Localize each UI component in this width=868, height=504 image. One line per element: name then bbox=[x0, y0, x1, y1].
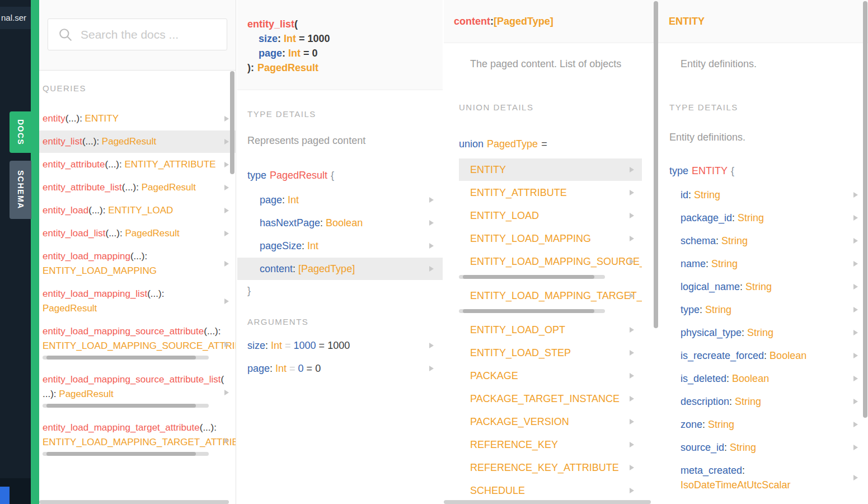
horizontal-scrollbar-track[interactable] bbox=[43, 356, 209, 360]
field-type: Boolean bbox=[326, 217, 363, 228]
query-item[interactable]: entity_attribute(...): ENTITY_ATTRIBUTE bbox=[39, 153, 236, 176]
query-item[interactable]: entity(...): ENTITY bbox=[39, 108, 236, 130]
chevron-right-icon bbox=[429, 343, 434, 348]
chevron-right-icon bbox=[853, 284, 858, 290]
field-row[interactable]: description: String bbox=[659, 390, 868, 413]
query-item[interactable]: entity_load_mapping_target_attribute(...… bbox=[39, 417, 236, 464]
query-return-type: PagedResult bbox=[125, 228, 179, 239]
field-row[interactable]: id: String bbox=[659, 184, 868, 206]
query-item-text: entity_attribute(...): ENTITY_ATTRIBUTE bbox=[43, 157, 221, 172]
field-name: meta_created bbox=[681, 465, 742, 476]
field-row[interactable]: hasNextPage: Boolean bbox=[237, 212, 443, 234]
union-member-label: REFERENCE_KEY bbox=[470, 439, 558, 450]
chevron-right-icon bbox=[630, 373, 634, 379]
close-paren: ): bbox=[247, 62, 254, 73]
argument-name: size bbox=[247, 340, 265, 351]
field-row[interactable]: page: Int bbox=[237, 189, 443, 211]
horizontal-scrollbar-thumb[interactable] bbox=[46, 404, 196, 408]
union-member-row[interactable]: REFERENCE_KEY bbox=[459, 433, 642, 456]
query-name: entity_load_mapping_target_attribute bbox=[43, 422, 200, 433]
field-row[interactable]: is_deleted: Boolean bbox=[659, 367, 868, 390]
horizontal-scrollbar-track[interactable] bbox=[459, 275, 605, 279]
horizontal-scrollbar-track[interactable] bbox=[39, 500, 229, 504]
field-type: [PagedType] bbox=[298, 263, 355, 274]
chevron-right-icon bbox=[853, 261, 858, 267]
tab-schema[interactable]: SCHEMA bbox=[10, 161, 31, 219]
field-type: String bbox=[708, 419, 734, 430]
type-keyword: type bbox=[247, 170, 266, 181]
horizontal-scrollbar-track[interactable] bbox=[43, 404, 209, 408]
args-close: ...): bbox=[207, 326, 221, 337]
default-equals: = bbox=[282, 340, 294, 351]
query-item-text: entity_load_mapping_target_attribute(...… bbox=[43, 421, 221, 450]
chevron-right-icon bbox=[853, 307, 858, 312]
field-name: page bbox=[260, 194, 282, 206]
query-item[interactable]: entity_load_mapping(...): ENTITY_LOAD_MA… bbox=[39, 245, 236, 282]
union-member-row[interactable]: ENTITY_LOAD_MAPPING_TARGET_ATTRIBUTE bbox=[459, 284, 642, 307]
field-row[interactable]: name: String bbox=[659, 253, 868, 275]
entity-type-declaration: typeENTITY{ bbox=[669, 164, 868, 179]
query-item[interactable]: entity_load(...): ENTITY_LOAD bbox=[39, 199, 236, 222]
field-row[interactable]: pageSize: Int bbox=[237, 235, 443, 257]
query-return-type: ENTITY_LOAD_MAPPING_SOURCE_ATTRIBUTE bbox=[43, 340, 236, 351]
field-row[interactable]: content: [PagedType] bbox=[237, 258, 443, 280]
union-member-row[interactable]: ENTITY bbox=[459, 158, 642, 181]
field-row[interactable]: zone: String bbox=[659, 413, 868, 436]
union-member-row[interactable]: PACKAGE_TARGET_INSTANCE bbox=[459, 388, 642, 410]
horizontal-scrollbar-thumb[interactable] bbox=[463, 309, 594, 313]
union-member-row[interactable]: PACKAGE_VERSION bbox=[459, 410, 642, 433]
field-row[interactable]: package_id: String bbox=[659, 207, 868, 229]
union-member-row[interactable]: REFERENCE_KEY_ATTRIBUTE bbox=[459, 456, 642, 479]
horizontal-scrollbar-thumb[interactable] bbox=[46, 356, 196, 360]
union-name: PagedType bbox=[487, 138, 538, 150]
horizontal-scrollbar-thumb[interactable] bbox=[46, 452, 196, 456]
union-member-row[interactable]: ENTITY_LOAD_MAPPING_SOURCE_ATTRIBUTE bbox=[459, 250, 642, 273]
union-member-row[interactable]: SCHEDULE bbox=[459, 479, 642, 502]
search-input[interactable]: Search the docs ... bbox=[48, 18, 227, 50]
tab-docs[interactable]: DOCS bbox=[10, 111, 31, 153]
query-item[interactable]: entity_list(...): PagedResult bbox=[39, 130, 236, 153]
chevron-right-icon bbox=[224, 390, 229, 395]
horizontal-scrollbar-track[interactable] bbox=[43, 452, 209, 456]
query-item[interactable]: entity_load_mapping_list(...): PagedResu… bbox=[39, 283, 236, 320]
query-detail-panel: entity_list( size: Int = 1000page: Int =… bbox=[237, 0, 443, 504]
field-row[interactable]: schema: String bbox=[659, 230, 868, 252]
field-row[interactable]: source_id: String bbox=[659, 436, 868, 459]
union-member-row[interactable]: ENTITY_LOAD_OPT bbox=[459, 319, 642, 341]
horizontal-scrollbar-track[interactable] bbox=[459, 309, 605, 313]
chevron-right-icon bbox=[224, 139, 229, 144]
union-member-row[interactable]: ENTITY_LOAD_MAPPING bbox=[459, 227, 642, 250]
union-member-row[interactable]: ENTITY_ATTRIBUTE bbox=[459, 181, 642, 204]
chevron-right-icon bbox=[630, 259, 634, 264]
vertical-scrollbar-thumb[interactable] bbox=[230, 71, 234, 174]
field-row[interactable]: is_recreate_forced: Boolean bbox=[659, 344, 868, 367]
query-name: entity_list bbox=[247, 18, 294, 30]
horizontal-scrollbar-thumb[interactable] bbox=[463, 275, 594, 279]
field-row[interactable]: meta_created: IsoDateTimeAtUtcScalar bbox=[659, 459, 868, 496]
vertical-scrollbar-thumb[interactable] bbox=[863, 1, 867, 418]
query-item[interactable]: entity_load_mapping_source_attribute_lis… bbox=[39, 368, 236, 416]
query-name: entity_load_mapping bbox=[43, 251, 130, 262]
field-row[interactable]: type: String bbox=[659, 298, 868, 321]
field-type: String bbox=[745, 281, 772, 292]
field-name: is_deleted bbox=[681, 373, 726, 384]
address-text: nal.ser bbox=[0, 7, 31, 29]
query-item[interactable]: entity_load_list(...): PagedResult bbox=[39, 222, 236, 245]
field-name: zone bbox=[681, 419, 702, 430]
union-member-row[interactable]: ENTITY_LOAD bbox=[459, 204, 642, 227]
vertical-scrollbar-thumb[interactable] bbox=[654, 1, 658, 328]
union-member-row[interactable]: ENTITY_LOAD_STEP bbox=[459, 342, 642, 364]
entity-panel-header: ENTITY bbox=[659, 0, 868, 43]
colon: : bbox=[265, 340, 271, 351]
query-name: entity_load_mapping_source_attribute_lis… bbox=[43, 374, 220, 385]
query-item-text: entity_attribute_list(...): PagedResult bbox=[43, 180, 221, 195]
field-row[interactable]: logical_name: String bbox=[659, 276, 868, 298]
query-item[interactable]: entity_load_mapping_source_attribute(...… bbox=[39, 320, 236, 368]
union-member-row[interactable]: PACKAGE bbox=[459, 365, 642, 387]
field-row[interactable]: physical_type: String bbox=[659, 321, 868, 344]
argument-row[interactable]: size: Int = 1000 = 1000 bbox=[237, 334, 443, 357]
horizontal-scrollbar-track[interactable] bbox=[444, 500, 651, 504]
query-item[interactable]: entity_attribute_list(...): PagedResult bbox=[39, 176, 236, 199]
union-member-label: ENTITY_LOAD_OPT bbox=[470, 324, 565, 335]
argument-row[interactable]: page: Int = 0 = 0 bbox=[237, 357, 443, 380]
